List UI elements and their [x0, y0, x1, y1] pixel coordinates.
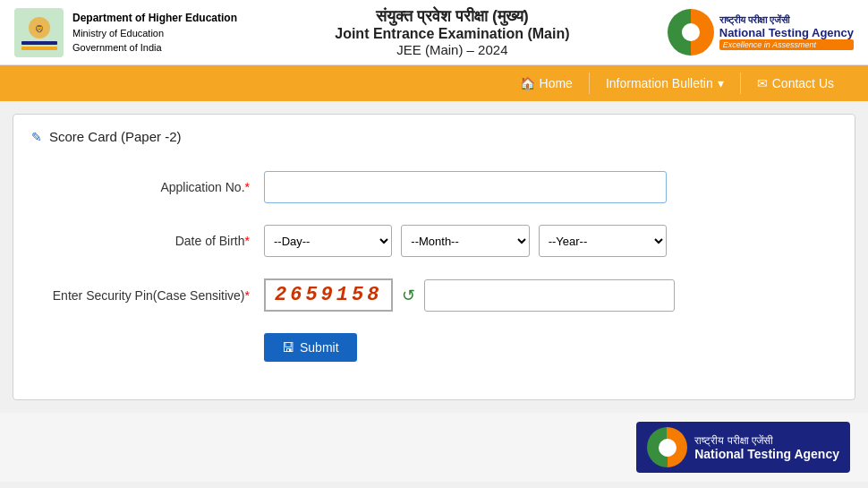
svg-rect-2 — [21, 41, 57, 45]
submit-label: Submit — [300, 340, 339, 355]
app-no-label: Application No.* — [49, 180, 264, 194]
title-jee: JEE (Main) – 2024 — [237, 42, 668, 57]
svg-text:🦁: 🦁 — [35, 24, 44, 33]
svg-rect-3 — [21, 47, 57, 50]
nta-hindi: राष्ट्रीय परीक्षा एजेंसी — [719, 14, 854, 26]
nav-information-bulletin[interactable]: Information Bulletin ▾ — [590, 65, 740, 101]
dob-month-select[interactable]: --Month--JanuaryFebruaryMarchAprilMayJun… — [401, 225, 529, 257]
footer-area: राष्ट्रीय परीक्षा एजेंसी National Testin… — [0, 413, 868, 482]
section-header: ✎ Score Card (Paper -2) — [31, 129, 837, 144]
footer-nta-circle — [647, 427, 687, 467]
nta-logo-box: राष्ट्रीय परीक्षा एजेंसी National Testin… — [668, 9, 854, 56]
dob-label: Date of Birth* — [49, 234, 264, 248]
security-pin-input[interactable] — [424, 279, 675, 312]
header-center: संयुक्त प्रवेश परीक्षा (मुख्य) Joint Ent… — [237, 7, 668, 57]
nta-english: National Testing Agency — [719, 26, 854, 39]
submit-row: 🖫 Submit — [49, 333, 819, 362]
captcha-refresh-button[interactable]: ↺ — [402, 286, 415, 305]
header-right: राष्ट्रीय परीक्षा एजेंसी National Testin… — [668, 9, 854, 56]
nta-text-block: राष्ट्रीय परीक्षा एजेंसी National Testin… — [719, 14, 854, 50]
app-no-row: Application No.* — [49, 171, 819, 203]
home-icon: 🏠 — [520, 76, 535, 90]
footer-nta-english: National Testing Agency — [694, 447, 839, 461]
page-header: 🦁 Department of Higher Education Ministr… — [0, 0, 868, 65]
security-pin-label: Enter Security Pin(Case Sensitive)* — [49, 288, 264, 303]
gov-logo: 🦁 — [14, 8, 64, 57]
navbar: 🏠 Home Information Bulletin ▾ ✉ Contact … — [0, 65, 868, 101]
captcha-row: 2659158 ↺ — [264, 278, 675, 312]
header-left: 🦁 Department of Higher Education Ministr… — [14, 8, 237, 57]
submit-icon: 🖫 — [282, 340, 294, 355]
contact-icon: ✉ — [757, 76, 768, 90]
gov-dept: Department of Higher Education — [72, 10, 237, 26]
dob-year-select[interactable]: --Year--20002001200220032004200520062007… — [539, 225, 667, 257]
section-title: Score Card (Paper -2) — [49, 129, 182, 144]
gov-text: Department of Higher Education Ministry … — [72, 10, 237, 56]
nav-contact-label: Contact Us — [772, 76, 834, 90]
gov-ministry: Ministry of Education — [72, 26, 237, 41]
section-edit-icon: ✎ — [31, 130, 42, 144]
nta-circle-logo — [668, 9, 714, 56]
security-pin-row: Enter Security Pin(Case Sensitive)* 2659… — [49, 278, 819, 312]
footer-nta-hindi: राष्ट्रीय परीक्षा एजेंसी — [694, 434, 839, 447]
application-number-input[interactable] — [264, 171, 667, 203]
dob-day-select[interactable]: --Day--123456789101112131415161718192021… — [264, 225, 392, 257]
form-container: Application No.* Date of Birth* --Day--1… — [31, 162, 837, 371]
title-hindi: संयुक्त प्रवेश परीक्षा (मुख्य) — [237, 7, 668, 26]
nav-home-label: Home — [540, 76, 573, 90]
captcha-image: 2659158 — [264, 278, 393, 312]
footer-nta-logo: राष्ट्रीय परीक्षा एजेंसी National Testin… — [636, 422, 850, 473]
dob-row: Date of Birth* --Day--123456789101112131… — [49, 225, 819, 257]
submit-button[interactable]: 🖫 Submit — [264, 333, 357, 362]
main-content: ✎ Score Card (Paper -2) Application No.*… — [13, 114, 855, 400]
title-english: Joint Entrance Examination (Main) — [237, 26, 668, 42]
chevron-down-icon: ▾ — [718, 76, 724, 90]
nav-info-bulletin-label: Information Bulletin — [606, 76, 713, 90]
dob-selects: --Day--123456789101112131415161718192021… — [264, 225, 667, 257]
nta-tagline: Excellence in Assessment — [719, 39, 854, 50]
footer-nta-text: राष्ट्रीय परीक्षा एजेंसी National Testin… — [694, 434, 839, 461]
gov-country: Government of India — [72, 40, 237, 56]
nav-home[interactable]: 🏠 Home — [504, 65, 589, 101]
nav-contact-us[interactable]: ✉ Contact Us — [741, 65, 850, 101]
